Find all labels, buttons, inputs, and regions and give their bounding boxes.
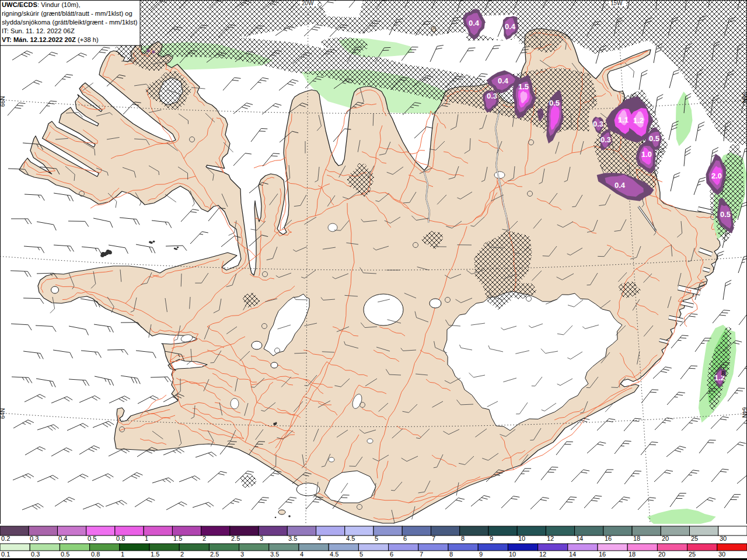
svg-text:14: 14 — [569, 551, 576, 558]
svg-text:1.0: 1.0 — [641, 150, 652, 159]
svg-text:20: 20 — [658, 551, 665, 558]
svg-text:0.8: 0.8 — [116, 535, 125, 542]
svg-text:0.5: 0.5 — [720, 210, 731, 219]
svg-text:2: 2 — [180, 551, 184, 558]
svg-text:5: 5 — [375, 535, 378, 542]
svg-text:64N: 64N — [741, 407, 747, 418]
svg-text:0.3: 0.3 — [31, 551, 40, 558]
svg-text:0.2: 0.2 — [1, 535, 10, 542]
svg-text:30: 30 — [718, 551, 725, 558]
svg-text:16: 16 — [599, 551, 606, 558]
svg-text:2.5: 2.5 — [210, 551, 219, 558]
svg-text:25: 25 — [689, 551, 696, 558]
svg-text:25: 25 — [691, 535, 698, 542]
svg-text:12: 12 — [547, 535, 554, 542]
svg-text:9: 9 — [490, 535, 493, 542]
svg-text:0.4: 0.4 — [505, 22, 516, 31]
svg-text:8: 8 — [449, 551, 453, 558]
svg-text:0.5: 0.5 — [88, 535, 96, 542]
svg-text:18: 18 — [633, 535, 640, 542]
svg-text:0.5: 0.5 — [649, 134, 659, 143]
svg-text:3: 3 — [260, 535, 263, 542]
svg-text:7: 7 — [420, 551, 423, 558]
svg-text:8: 8 — [721, 370, 725, 377]
svg-text:0.3: 0.3 — [30, 535, 39, 542]
svg-text:8: 8 — [461, 535, 465, 542]
svg-text:9: 9 — [479, 551, 483, 558]
svg-text:4: 4 — [317, 535, 321, 542]
svg-text:30: 30 — [720, 535, 727, 542]
svg-text:2.0: 2.0 — [711, 172, 722, 180]
svg-text:4: 4 — [300, 551, 303, 558]
svg-text:66N: 66N — [0, 96, 6, 107]
svg-text:0.5: 0.5 — [549, 99, 560, 107]
svg-text:0.1: 0.1 — [1, 551, 10, 558]
svg-text:1.1: 1.1 — [618, 116, 629, 124]
svg-text:20: 20 — [662, 535, 669, 542]
svg-text:0.4: 0.4 — [469, 19, 480, 27]
svg-text:18: 18 — [629, 551, 636, 558]
svg-text:0.3: 0.3 — [487, 92, 497, 100]
svg-text:0.3: 0.3 — [593, 120, 603, 128]
svg-text:3.5: 3.5 — [288, 535, 297, 542]
svg-text:12: 12 — [539, 551, 546, 558]
svg-text:2: 2 — [203, 535, 206, 542]
svg-text:3.5: 3.5 — [270, 551, 279, 558]
svg-text:64N: 64N — [0, 408, 6, 419]
svg-text:0.4: 0.4 — [58, 535, 67, 542]
svg-text:0.3: 0.3 — [601, 135, 611, 144]
svg-text:0.4: 0.4 — [498, 76, 509, 85]
svg-text:6: 6 — [403, 535, 407, 542]
svg-text:14: 14 — [576, 535, 583, 542]
svg-text:66N: 66N — [741, 92, 747, 103]
svg-text:1: 1 — [145, 535, 148, 542]
svg-text:1.5: 1.5 — [173, 535, 182, 542]
svg-text:4.5: 4.5 — [330, 551, 338, 558]
svg-text:1.5: 1.5 — [151, 551, 159, 558]
svg-text:16: 16 — [605, 535, 612, 542]
svg-text:7: 7 — [432, 535, 435, 542]
svg-text:1.2: 1.2 — [633, 116, 644, 125]
svg-text:2.5: 2.5 — [231, 535, 240, 542]
svg-text:6: 6 — [390, 551, 393, 558]
svg-text:1.5: 1.5 — [518, 82, 529, 91]
svg-text:5: 5 — [359, 551, 363, 558]
svg-text:20W: 20W — [302, 0, 314, 6]
svg-text:10: 10 — [518, 535, 525, 542]
svg-text:0.4: 0.4 — [615, 181, 626, 190]
svg-text:1: 1 — [121, 551, 124, 558]
svg-text:0.8: 0.8 — [91, 551, 100, 558]
svg-text:0.5: 0.5 — [61, 551, 69, 558]
svg-text:10: 10 — [509, 551, 516, 558]
svg-text:4.5: 4.5 — [346, 535, 355, 542]
svg-text:3: 3 — [240, 551, 244, 558]
svg-text:15W: 15W — [610, 0, 623, 6]
